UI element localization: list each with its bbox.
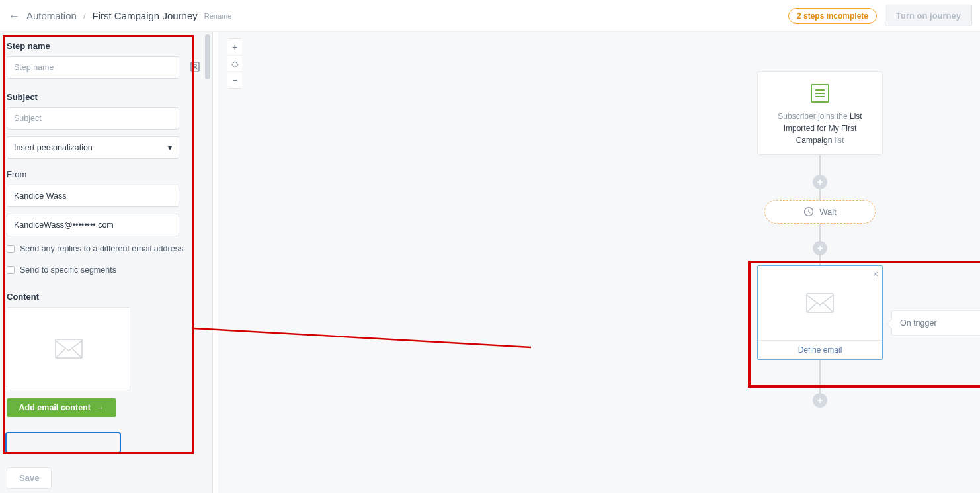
from-label: From — [7, 169, 206, 179]
zoom-center-button[interactable]: ◇ — [227, 56, 242, 71]
breadcrumb: ← Automation / First Campaign Journey Re… — [8, 10, 231, 22]
add-email-content-label: Add email content — [19, 403, 91, 412]
trigger-description: Subscriber joins the List Imported for M… — [767, 111, 873, 146]
connector-line — [819, 155, 821, 177]
trigger-card[interactable]: Subscriber joins the List Imported for M… — [757, 71, 883, 155]
wait-step[interactable]: Wait — [764, 200, 876, 224]
step-name-input[interactable] — [7, 56, 179, 79]
envelope-icon — [806, 293, 834, 313]
svg-rect-2 — [56, 339, 82, 358]
replies-checkbox-label: Send any replies to a different email ad… — [20, 244, 183, 253]
add-step-button[interactable]: + — [813, 175, 827, 189]
turn-on-journey-button[interactable]: Turn on journey — [885, 5, 972, 26]
add-email-content-button[interactable]: Add email content → — [7, 398, 116, 417]
page-title: First Campaign Journey — [93, 10, 198, 21]
connector-line — [819, 188, 821, 201]
zoom-controls: + ◇ − — [227, 38, 242, 89]
close-icon[interactable]: × — [873, 269, 878, 279]
crumb-separator: / — [83, 11, 86, 21]
rename-link[interactable]: Rename — [204, 12, 232, 20]
checkbox-icon[interactable] — [7, 266, 15, 274]
sidebar-resizer[interactable] — [213, 32, 218, 493]
on-trigger-tooltip[interactable]: On trigger — [891, 310, 980, 336]
svg-rect-4 — [807, 294, 833, 312]
sidebar-scrollbar[interactable] — [205, 34, 210, 457]
from-email-input[interactable] — [7, 214, 179, 236]
header-actions: 2 steps incomplete Turn on journey — [788, 5, 972, 26]
sidebar-footer: Save — [0, 459, 212, 493]
connector-line — [819, 254, 821, 266]
svg-point-1 — [194, 64, 196, 67]
subject-label: Subject — [7, 92, 206, 102]
step-name-label: Step name — [7, 41, 206, 51]
clock-icon — [803, 206, 814, 217]
segments-checkbox-label: Send to specific segments — [20, 265, 116, 275]
wait-label: Wait — [819, 207, 837, 217]
add-step-button[interactable]: + — [813, 241, 827, 255]
personalization-select-value: Insert personalization — [14, 143, 93, 152]
subject-input[interactable] — [7, 107, 179, 130]
define-email-link[interactable]: Define email — [758, 341, 882, 359]
checkbox-icon[interactable] — [7, 245, 15, 253]
connector-line — [819, 360, 821, 396]
segments-checkbox-row[interactable]: Send to specific segments — [7, 265, 206, 275]
back-arrow-icon[interactable]: ← — [8, 10, 20, 22]
chevron-down-icon: ▾ — [168, 143, 172, 152]
content-label: Content — [7, 292, 206, 302]
zoom-in-button[interactable]: + — [227, 39, 242, 55]
crumb-root[interactable]: Automation — [26, 10, 77, 21]
zoom-out-button[interactable]: − — [227, 72, 242, 88]
envelope-icon — [55, 339, 83, 359]
save-button[interactable]: Save — [7, 467, 52, 489]
status-pill[interactable]: 2 steps incomplete — [788, 8, 877, 24]
on-trigger-label: On trigger — [900, 318, 937, 328]
personalization-select[interactable]: Insert personalization ▾ — [7, 136, 179, 159]
content-preview[interactable] — [7, 307, 130, 390]
journey-canvas[interactable]: + ◇ − Subscriber joins the List Imported… — [218, 32, 980, 493]
main: Step name Subject Insert personalization… — [0, 32, 980, 493]
contacts-icon[interactable] — [190, 62, 200, 72]
add-step-button[interactable]: + — [813, 393, 827, 408]
replies-checkbox-row[interactable]: Send any replies to a different email ad… — [7, 244, 206, 253]
email-step-card[interactable]: × Define email — [757, 265, 883, 360]
sidebar: Step name Subject Insert personalization… — [0, 32, 213, 493]
arrow-right-icon: → — [96, 403, 104, 412]
list-icon — [811, 84, 829, 103]
from-name-input[interactable] — [7, 185, 179, 207]
header-bar: ← Automation / First Campaign Journey Re… — [0, 0, 980, 32]
